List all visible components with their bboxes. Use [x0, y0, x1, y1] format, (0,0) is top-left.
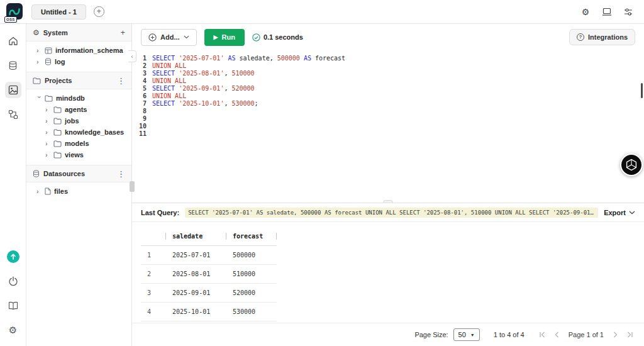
- code-line[interactable]: 3SELECT '2025-08-01', 510000: [132, 70, 644, 77]
- code-line[interactable]: 9: [132, 115, 644, 123]
- sidebar-resize-grip[interactable]: [130, 181, 135, 192]
- value-cell: 530000: [226, 303, 277, 321]
- preferences-sliders-icon[interactable]: [621, 5, 635, 19]
- tree-item-models[interactable]: ›models: [26, 138, 131, 149]
- tree-item-mindsdb[interactable]: › mindsdb: [26, 92, 131, 104]
- mindsdb-logo: OSS: [6, 3, 24, 21]
- line-number: 5: [132, 85, 152, 92]
- table-row[interactable]: 12025-07-01500000: [141, 246, 277, 265]
- panel-splitter-grip[interactable]: [384, 200, 393, 203]
- main-panel: Add... ▶ Run 0.1 seconds ? Integrations: [132, 24, 644, 346]
- tree-item-knowledge_bases[interactable]: ›knowledge_bases: [26, 126, 131, 138]
- sql-editor[interactable]: 1SELECT '2025-07-01' AS saledate, 500000…: [132, 50, 644, 203]
- column-header-forecast[interactable]: forecast: [226, 227, 277, 246]
- line-number: 11: [132, 130, 152, 138]
- tree-item-views[interactable]: ›views: [26, 149, 131, 160]
- code-line[interactable]: 8: [132, 108, 644, 115]
- play-icon: ▶: [214, 34, 218, 40]
- column-header-saledate[interactable]: saledate: [166, 227, 226, 246]
- section-system-title: System: [43, 29, 68, 36]
- assistant-hexagon-icon: [625, 158, 638, 172]
- select-caret-icon: ▼: [470, 333, 475, 337]
- section-system[interactable]: ⚙ System +: [26, 24, 131, 42]
- editor-tab[interactable]: Untitled - 1: [31, 4, 86, 20]
- add-button[interactable]: Add...: [141, 29, 197, 46]
- datasources-menu-button[interactable]: ⋮: [117, 170, 125, 178]
- book-icon: [8, 301, 18, 310]
- page-size-group: Page Size: 50 ▼: [414, 328, 479, 341]
- projects-tree: › mindsdb ›agents›jobs›knowledge_bases›m…: [26, 89, 131, 165]
- docs-laptop-icon[interactable]: [600, 5, 614, 19]
- code-line[interactable]: 2UNION ALL: [132, 62, 644, 70]
- system-items: ›information_schema›log: [26, 42, 131, 72]
- tree-item-files[interactable]: ›files: [26, 186, 131, 197]
- code-line[interactable]: 7SELECT '2025-10-01', 530000;: [132, 100, 644, 108]
- section-projects-title: Projects: [45, 77, 72, 84]
- results-header-row: saledateforecast: [141, 227, 277, 246]
- rail-item-editor[interactable]: [5, 82, 21, 98]
- code-line[interactable]: 11: [132, 130, 644, 138]
- integrations-button[interactable]: ? Integrations: [569, 29, 635, 45]
- sidebar-collapse-button[interactable]: ‹: [128, 50, 136, 62]
- rail-item-data[interactable]: [5, 57, 21, 74]
- code-line[interactable]: 4UNION ALL: [132, 77, 644, 85]
- line-number: 8: [132, 108, 152, 115]
- support-arrow-icon: [7, 250, 19, 263]
- system-add-button[interactable]: +: [120, 28, 125, 36]
- code-text: SELECT '2025-08-01', 510000: [152, 70, 255, 77]
- rail-item-flows[interactable]: [5, 106, 21, 123]
- section-datasources[interactable]: Datasources ⋮: [26, 165, 131, 182]
- row-range-text: 1 to 4 of 4: [494, 331, 525, 338]
- results-table-wrap: saledateforecast 12025-07-0150000022025-…: [132, 222, 644, 323]
- table-row[interactable]: 22025-08-01510000: [141, 265, 277, 284]
- folder-icon: [53, 140, 62, 147]
- value-cell: 500000: [226, 246, 277, 265]
- projects-menu-button[interactable]: ⋮: [117, 77, 125, 85]
- last-page-button[interactable]: [626, 331, 634, 338]
- power-icon: [8, 276, 18, 286]
- run-button[interactable]: ▶ Run: [204, 29, 245, 46]
- first-page-button[interactable]: [538, 331, 546, 338]
- section-projects[interactable]: Projects ⋮: [26, 72, 131, 89]
- tree-item-agents[interactable]: ›agents: [26, 104, 131, 115]
- topbar: OSS Untitled - 1 + ⚙: [0, 0, 644, 24]
- tree-item-label: views: [65, 151, 84, 159]
- tree-item-information_schema[interactable]: ›information_schema: [26, 45, 131, 56]
- export-button[interactable]: Export: [604, 209, 635, 216]
- rail-item-support[interactable]: [5, 248, 21, 265]
- prev-page-button[interactable]: [553, 331, 561, 338]
- code-line[interactable]: 6UNION ALL: [132, 92, 644, 100]
- last-query-bar: Last Query: SELECT '2025-07-01' AS saled…: [132, 203, 644, 222]
- app-window: OSS Untitled - 1 + ⚙: [0, 0, 644, 346]
- code-line[interactable]: 10: [132, 123, 644, 130]
- rail-item-home[interactable]: [5, 33, 21, 49]
- row-number-cell: 4: [141, 303, 166, 321]
- rail-item-docs[interactable]: [5, 298, 21, 314]
- settings-gear-icon[interactable]: ⚙: [579, 5, 592, 19]
- page-size-select[interactable]: 50 ▼: [453, 328, 480, 341]
- last-page-icon: [626, 331, 634, 338]
- add-tab-button[interactable]: +: [94, 6, 104, 17]
- folder-icon: [53, 106, 62, 113]
- code-line[interactable]: 1SELECT '2025-07-01' AS saledate, 500000…: [132, 55, 644, 62]
- check-circle-icon: [252, 33, 260, 42]
- next-page-button[interactable]: [611, 331, 619, 338]
- database-icon: [8, 60, 18, 71]
- next-page-icon: [611, 331, 619, 338]
- table-row[interactable]: 42025-10-01530000: [141, 303, 277, 321]
- last-query-text: SELECT '2025-07-01' AS saledate, 500000 …: [185, 208, 598, 218]
- editor-toolbar: Add... ▶ Run 0.1 seconds ? Integrations: [132, 24, 644, 50]
- assistant-fab-button[interactable]: [620, 153, 643, 176]
- row-number-header: [141, 227, 166, 246]
- rail-item-settings[interactable]: ⚙: [5, 322, 21, 338]
- rail-item-session[interactable]: [5, 273, 21, 289]
- folder-icon: [45, 95, 53, 102]
- code-line[interactable]: 5SELECT '2025-09-01', 520000: [132, 85, 644, 92]
- editor-lines: 1SELECT '2025-07-01' AS saledate, 500000…: [132, 55, 644, 138]
- chevron-icon: ›: [45, 129, 50, 136]
- editor-scrollbar-thumb[interactable]: [641, 83, 643, 98]
- table-row[interactable]: 32025-09-01520000: [141, 284, 277, 303]
- line-number: 2: [132, 62, 152, 70]
- tree-item-jobs[interactable]: ›jobs: [26, 115, 131, 126]
- tree-item-log[interactable]: ›log: [26, 56, 131, 67]
